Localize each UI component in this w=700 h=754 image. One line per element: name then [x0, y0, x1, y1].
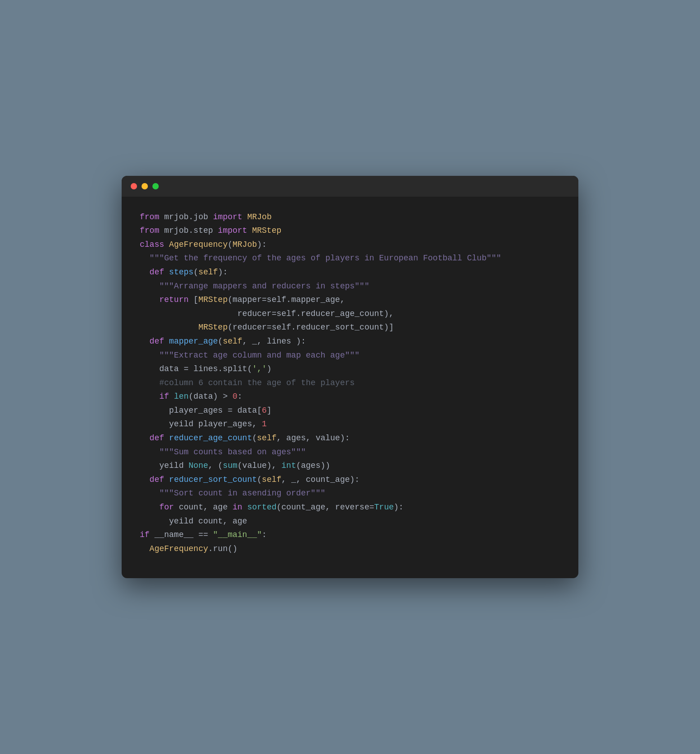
code-line-25: def reducer_age_count(self, ages, value)… — [140, 431, 560, 445]
code-line-36: AgeFrequency.run() — [140, 542, 560, 556]
code-line-30: """Sort count in asending order""" — [140, 486, 560, 500]
code-line-11: reducer=self.reducer_age_count), — [140, 307, 560, 321]
code-line-33: yeild count, age — [140, 514, 560, 528]
code-line-23: yeild player_ages, 1 — [140, 417, 560, 431]
maximize-button[interactable] — [152, 183, 159, 189]
code-line-14: def mapper_age(self, _, lines ): — [140, 335, 560, 349]
code-line-2: from mrjob.step import MRStep — [140, 224, 560, 238]
code-window: from mrjob.job import MRJob from mrjob.s… — [122, 176, 578, 579]
code-line-4: class AgeFrequency(MRJob): — [140, 238, 560, 252]
code-line-9: """Arrange mappers and reducers in steps… — [140, 279, 560, 293]
code-line-32: for count, age in sorted(count_age, reve… — [140, 500, 560, 514]
code-editor: from mrjob.job import MRJob from mrjob.s… — [122, 197, 578, 579]
code-line-35: if __name__ == "__main__": — [140, 528, 560, 542]
code-line-17: data = lines.split(',') — [140, 362, 560, 376]
titlebar — [122, 176, 578, 197]
code-line-22: player_ages = data[6] — [140, 404, 560, 418]
close-button[interactable] — [131, 183, 137, 189]
code-line-26: """Sum counts based on ages""" — [140, 445, 560, 459]
code-line-15: """Extract age column and map each age""… — [140, 349, 560, 363]
code-line-1: from mrjob.job import MRJob — [140, 210, 560, 224]
code-line-20: if len(data) > 0: — [140, 390, 560, 404]
code-line-29: def reducer_sort_count(self, _, count_ag… — [140, 473, 560, 487]
code-line-12: MRStep(reducer=self.reducer_sort_count)] — [140, 320, 560, 335]
code-line-5: """Get the frequency of the ages of play… — [140, 251, 560, 265]
minimize-button[interactable] — [142, 183, 148, 189]
code-line-8: def steps(self): — [140, 265, 560, 279]
code-line-19: #column 6 contain the age of the players — [140, 376, 560, 390]
code-line-10: return [MRStep(mapper=self.mapper_age, — [140, 293, 560, 307]
code-line-27: yeild None, (sum(value), int(ages)) — [140, 459, 560, 473]
